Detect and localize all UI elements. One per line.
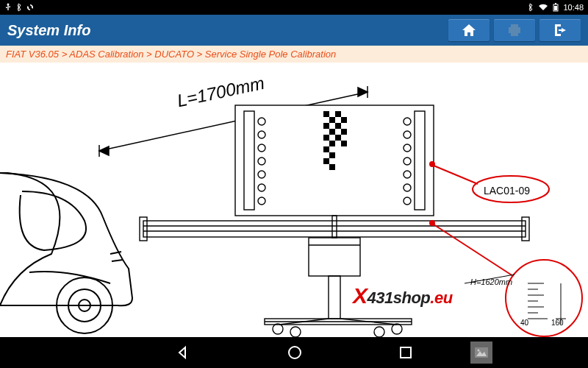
breadcrumb: FIAT V36.05 > ADAS Calibration > DUCATO … bbox=[0, 46, 588, 63]
ruler-min: 40 bbox=[520, 319, 528, 327]
height-dimension-label: H=1620mm bbox=[470, 277, 512, 286]
sync-icon bbox=[26, 4, 34, 11]
exit-button[interactable] bbox=[539, 19, 581, 41]
watermark-eu: .eu bbox=[430, 289, 452, 307]
svg-rect-56 bbox=[329, 276, 340, 319]
watermark-x: X bbox=[353, 283, 368, 308]
android-nav-bar bbox=[0, 337, 588, 368]
status-left-icons bbox=[4, 3, 34, 12]
recent-button[interactable] bbox=[398, 345, 413, 360]
svg-point-68 bbox=[430, 162, 434, 166]
svg-rect-53 bbox=[341, 141, 347, 146]
calibration-diagram: L=1700mm LAC01-09 H=1620mm 40 160 X431sh… bbox=[0, 63, 588, 354]
svg-line-67 bbox=[434, 166, 478, 184]
usb-icon bbox=[4, 3, 12, 12]
wifi-icon bbox=[538, 4, 548, 11]
svg-point-83 bbox=[289, 347, 301, 358]
svg-rect-51 bbox=[341, 129, 347, 135]
home-button-nav[interactable] bbox=[287, 344, 303, 361]
part-number-label: LAC01-09 bbox=[484, 185, 530, 197]
watermark-rest: shop bbox=[393, 289, 431, 307]
printer-icon bbox=[507, 24, 522, 37]
svg-rect-5 bbox=[511, 24, 518, 27]
print-button[interactable] bbox=[494, 19, 535, 41]
page-title: System Info bbox=[7, 22, 444, 39]
svg-rect-41 bbox=[329, 129, 335, 135]
watermark-mid: 431 bbox=[368, 289, 393, 307]
svg-rect-84 bbox=[401, 347, 411, 358]
ruler-scale: 40 160 bbox=[520, 319, 564, 327]
status-time: 10:48 bbox=[563, 3, 584, 12]
back-button[interactable] bbox=[175, 344, 191, 361]
svg-line-70 bbox=[434, 224, 513, 276]
svg-point-61 bbox=[392, 324, 402, 334]
battery-icon bbox=[553, 3, 559, 12]
watermark: X431shop.eu bbox=[353, 283, 453, 308]
svg-rect-16 bbox=[143, 221, 526, 237]
status-right-icons: 10:48 bbox=[528, 3, 584, 12]
svg-point-63 bbox=[374, 327, 384, 337]
image-icon bbox=[475, 347, 488, 358]
svg-rect-48 bbox=[335, 111, 341, 117]
android-status-bar: 10:48 bbox=[0, 0, 588, 15]
svg-point-71 bbox=[430, 221, 434, 225]
exit-icon bbox=[553, 24, 567, 37]
svg-rect-54 bbox=[309, 238, 360, 276]
svg-rect-38 bbox=[323, 111, 329, 117]
svg-point-87 bbox=[478, 350, 480, 352]
svg-rect-39 bbox=[329, 117, 335, 123]
svg-rect-50 bbox=[335, 123, 341, 129]
svg-rect-47 bbox=[329, 164, 335, 170]
svg-rect-72 bbox=[528, 280, 560, 323]
app-header: System Info bbox=[0, 15, 588, 46]
svg-rect-57 bbox=[332, 216, 337, 238]
svg-rect-52 bbox=[335, 135, 341, 141]
svg-rect-40 bbox=[323, 123, 329, 129]
bluetooth-icon bbox=[16, 3, 22, 12]
svg-rect-44 bbox=[323, 146, 329, 152]
svg-marker-11 bbox=[99, 146, 109, 155]
svg-rect-45 bbox=[329, 152, 335, 158]
svg-point-62 bbox=[290, 327, 301, 337]
svg-rect-3 bbox=[554, 6, 557, 10]
home-icon bbox=[462, 24, 476, 37]
bt-icon bbox=[528, 3, 534, 12]
svg-point-60 bbox=[273, 324, 283, 334]
svg-marker-12 bbox=[358, 88, 368, 96]
svg-rect-43 bbox=[329, 141, 335, 146]
svg-rect-4 bbox=[555, 3, 556, 4]
home-button[interactable] bbox=[448, 19, 490, 41]
svg-rect-46 bbox=[323, 158, 329, 164]
svg-rect-42 bbox=[323, 135, 329, 141]
svg-rect-49 bbox=[341, 117, 347, 123]
svg-rect-7 bbox=[511, 32, 518, 36]
ruler-max: 160 bbox=[551, 319, 564, 327]
gallery-thumbnail[interactable] bbox=[470, 342, 492, 364]
